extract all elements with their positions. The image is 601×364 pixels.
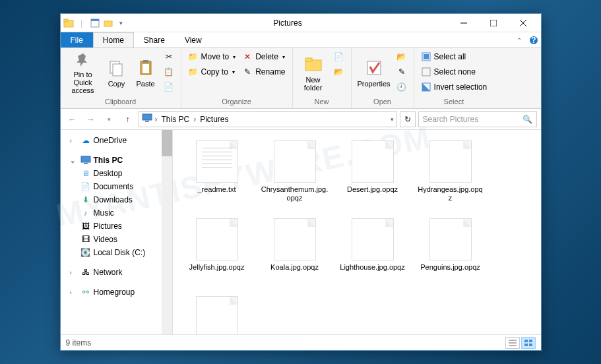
copy-icon [106, 57, 127, 78]
collapse-ribbon-icon[interactable]: ⌃ [512, 33, 526, 47]
chevron-right-icon[interactable]: › [70, 289, 78, 296]
chevron-right-icon[interactable]: › [193, 115, 196, 124]
file-item[interactable]: Desert.jpg.opqz [336, 138, 409, 210]
ribbon-group-open: Properties 📂 ✎ 🕘 Open [352, 48, 414, 108]
sidebar-item-localdisk[interactable]: 💽Local Disk (C:) [61, 246, 172, 259]
explorer-window: MYANTISPYWARE.COM | ▾ Pictures File Home… [60, 13, 542, 351]
monitor-icon [80, 155, 91, 166]
group-label-select: Select [418, 96, 490, 107]
open-button[interactable]: 📂 [394, 49, 410, 64]
back-button[interactable]: ← [65, 111, 80, 127]
file-name: Hydrangeas.jpg.opqz [417, 185, 484, 202]
maximize-button[interactable] [479, 14, 509, 32]
copy-to-button[interactable]: 📁Copy to▾ [185, 65, 239, 79]
svg-rect-6 [490, 20, 497, 26]
forward-button[interactable]: → [83, 111, 99, 127]
select-all-button[interactable]: Select all [418, 49, 490, 64]
navigation-pane: ›☁OneDrive ⌄This PC 🖥Desktop 📄Documents … [61, 130, 173, 334]
chevron-right-icon[interactable]: › [155, 115, 158, 124]
videos-icon: 🎞 [80, 234, 91, 245]
svg-rect-24 [145, 121, 149, 122]
sidebar-item-pictures[interactable]: 🖼Pictures [61, 220, 172, 233]
file-item[interactable]: Koala.jpg.opqz [259, 216, 331, 288]
copy-path-button[interactable]: 📋 [161, 65, 177, 79]
sidebar-item-videos[interactable]: 🎞Videos [61, 233, 172, 246]
svg-rect-1 [64, 19, 68, 22]
select-none-button[interactable]: Select none [418, 65, 490, 79]
pictures-icon: 🖼 [80, 221, 91, 231]
minimize-button[interactable] [449, 14, 479, 32]
select-all-icon [421, 51, 431, 62]
file-item[interactable]: Tulips.jpg.opqz [181, 293, 253, 334]
move-to-button[interactable]: 📁Move to▾ [185, 49, 239, 64]
file-item[interactable]: Jellyfish.jpg.opqz [181, 216, 253, 288]
rename-button[interactable]: ✎Rename [239, 65, 288, 79]
sidebar-item-downloads[interactable]: ⬇Downloads [61, 193, 172, 206]
sidebar-item-desktop[interactable]: 🖥Desktop [61, 167, 172, 180]
history-button[interactable]: 🕘 [394, 80, 410, 94]
svg-rect-25 [81, 156, 90, 162]
file-name: Chrysanthemum.jpg.opqz [261, 185, 329, 202]
homegroup-icon: ⚯ [80, 287, 91, 297]
crumb-thispc[interactable]: This PC [160, 115, 191, 124]
sidebar-item-music[interactable]: ♪Music [61, 206, 172, 220]
sidebar-item-thispc[interactable]: ⌄This PC [61, 154, 172, 167]
chevron-down-icon[interactable]: ⌄ [70, 157, 78, 164]
folder-qat-icon[interactable] [103, 18, 113, 28]
edit-button[interactable]: ✎ [394, 65, 410, 79]
file-list[interactable]: _readme.txtChrysanthemum.jpg.opqzDesert.… [173, 130, 541, 334]
monitor-icon [142, 113, 152, 125]
properties-button[interactable]: Properties [356, 49, 393, 96]
svg-rect-33 [529, 344, 532, 346]
paste-button[interactable]: Paste [132, 49, 160, 96]
tab-file[interactable]: File [61, 32, 93, 47]
scrollbar-thumb[interactable] [162, 130, 172, 156]
file-item[interactable]: Lighthouse.jpg.opqz [336, 216, 409, 288]
address-bar[interactable]: › This PC › Pictures ▾ [139, 111, 397, 127]
recent-dropdown-icon[interactable]: ▾ [102, 111, 117, 127]
new-folder-button[interactable]: New folder [297, 49, 330, 96]
tab-home[interactable]: Home [93, 32, 134, 47]
qat-dropdown-icon[interactable]: ▾ [116, 18, 127, 28]
up-button[interactable]: ↑ [120, 111, 136, 127]
file-item[interactable]: _readme.txt [181, 138, 253, 210]
svg-rect-17 [305, 58, 312, 61]
easy-access-icon: 📂 [334, 67, 344, 77]
new-item-button[interactable]: 📄 [331, 49, 347, 64]
file-item[interactable]: Penguins.jpg.opqz [414, 216, 487, 288]
help-icon[interactable]: ? [526, 33, 541, 47]
tab-view[interactable]: View [175, 32, 212, 47]
group-label-clipboard: Clipboard [65, 96, 177, 107]
chevron-right-icon[interactable]: › [70, 137, 78, 144]
copy-button[interactable]: Copy [103, 49, 131, 96]
sidebar-item-onedrive[interactable]: ›☁OneDrive [61, 134, 172, 147]
file-item[interactable]: Chrysanthemum.jpg.opqz [259, 138, 331, 210]
view-icons-button[interactable] [521, 337, 536, 349]
paste-shortcut-button[interactable]: 📄 [161, 80, 177, 94]
address-dropdown-icon[interactable]: ▾ [391, 116, 394, 123]
paste-icon [135, 57, 156, 78]
chevron-right-icon[interactable]: › [70, 269, 78, 276]
sidebar-item-homegroup[interactable]: ›⚯Homegroup [61, 286, 172, 299]
window-title: Pictures [127, 18, 449, 28]
close-button[interactable] [509, 14, 538, 32]
refresh-button[interactable]: ↻ [400, 111, 416, 127]
delete-button[interactable]: ✕Delete▾ [239, 49, 288, 64]
file-thumbnail [196, 140, 238, 183]
sidebar-item-network[interactable]: ›🖧Network [61, 266, 172, 279]
pin-icon [73, 51, 94, 69]
sidebar-item-documents[interactable]: 📄Documents [61, 180, 172, 193]
properties-qat-icon[interactable] [90, 18, 100, 28]
easy-access-button[interactable]: 📂 [331, 65, 347, 79]
scrollbar[interactable] [162, 130, 172, 334]
invert-selection-button[interactable]: Invert selection [418, 80, 490, 94]
view-details-button[interactable] [505, 337, 520, 349]
group-label-new: New [297, 96, 347, 107]
file-item[interactable]: Hydrangeas.jpg.opqz [414, 138, 487, 210]
search-input[interactable]: Search Pictures 🔍 [418, 111, 537, 127]
crumb-pictures[interactable]: Pictures [199, 115, 230, 124]
ribbon: Pin to Quick access Copy Paste ✂ 📋 📄 Cli… [61, 48, 541, 109]
pin-quick-access-button[interactable]: Pin to Quick access [65, 49, 102, 96]
tab-share[interactable]: Share [134, 32, 175, 47]
cut-button[interactable]: ✂ [161, 49, 177, 64]
